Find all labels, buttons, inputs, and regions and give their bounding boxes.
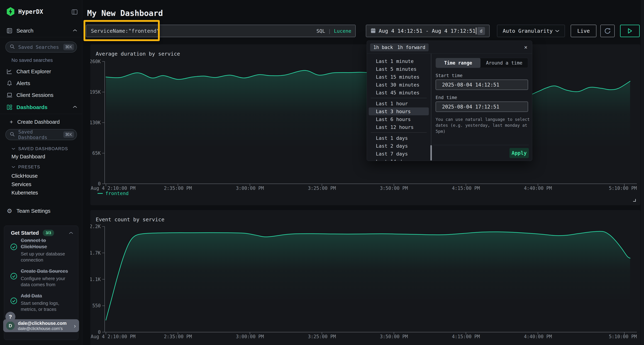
sidebar-item-dashboards[interactable]: Dashboards bbox=[0, 102, 82, 112]
relative-range-option[interactable]: Last 14 days bbox=[369, 158, 429, 161]
tab-time-range[interactable]: Time range bbox=[436, 58, 480, 68]
get-started-item[interactable]: Create Data Sources Configure where your… bbox=[21, 268, 70, 288]
sidebar-item-team-settings[interactable]: ⚙ Team Settings bbox=[0, 206, 82, 216]
section-saved-dashboards[interactable]: SAVED DASHBOARDS bbox=[12, 146, 68, 151]
svg-text:260K: 260K bbox=[90, 59, 101, 64]
scrollbar-thumb[interactable] bbox=[430, 145, 432, 161]
granularity-select[interactable]: Auto Granularity bbox=[497, 25, 565, 37]
panel-resize-handle[interactable] bbox=[633, 199, 636, 202]
svg-text:1.1K: 1.1K bbox=[90, 277, 101, 282]
relative-range-option[interactable]: Last 12 hours bbox=[369, 123, 429, 131]
start-time-label: Start time bbox=[436, 73, 528, 78]
hyperdx-logo-icon bbox=[6, 7, 15, 16]
sidebar-item-label: Search bbox=[16, 28, 34, 34]
shift-back-button[interactable]: 1h back bbox=[370, 43, 396, 51]
refresh-button[interactable] bbox=[600, 25, 615, 37]
task-desc: Configure where your data comes from bbox=[21, 276, 70, 288]
get-started-item[interactable]: Connect to ClickHouse Set up your databa… bbox=[21, 237, 70, 263]
sidebar-collapse-icon[interactable] bbox=[71, 8, 78, 16]
relative-range-option[interactable]: Last 5 minutes bbox=[369, 65, 429, 73]
svg-text:3:00:00 PM: 3:00:00 PM bbox=[236, 186, 264, 191]
lucene-toggle[interactable]: Lucene bbox=[334, 28, 351, 34]
start-time-input[interactable]: 2025-08-04 14:12:51 bbox=[436, 79, 528, 90]
saved-searches-input[interactable]: Saved Searches ⌘K bbox=[5, 41, 77, 52]
svg-text:3:50:00 PM: 3:50:00 PM bbox=[380, 334, 408, 339]
scrollbar-gutter[interactable] bbox=[641, 0, 644, 345]
divider bbox=[371, 132, 427, 133]
divider bbox=[0, 37, 82, 37]
svg-text:550: 550 bbox=[92, 303, 101, 308]
plus-icon: + bbox=[10, 119, 13, 125]
sidebar-item-chart-explorer[interactable]: Chart Explorer bbox=[0, 66, 82, 76]
user-email: dale@clickhouse.com bbox=[18, 321, 74, 326]
chevron-up-icon[interactable] bbox=[73, 29, 77, 32]
chevron-right-icon: › bbox=[74, 322, 76, 329]
live-button[interactable]: Live bbox=[571, 25, 596, 37]
help-button[interactable]: ? bbox=[5, 312, 16, 322]
relative-range-option[interactable]: Last 30 minutes bbox=[369, 81, 429, 89]
legend-label: frontend bbox=[105, 191, 128, 196]
d-key-badge: d bbox=[477, 27, 485, 35]
close-icon[interactable]: ✕ bbox=[524, 44, 527, 50]
sidebar-item-my-dashboard[interactable]: My Dashboard bbox=[12, 154, 45, 160]
toggle-divider: | bbox=[328, 28, 331, 34]
sidebar-item-search[interactable]: Search bbox=[0, 26, 82, 36]
svg-text:4:40:00 PM: 4:40:00 PM bbox=[524, 334, 552, 339]
time-picker-header: 1h back 1h forward ✕ bbox=[367, 41, 532, 53]
shift-forward-button[interactable]: 1h forward bbox=[394, 43, 428, 51]
scrollbar-track[interactable] bbox=[431, 54, 431, 161]
calendar-icon bbox=[370, 28, 376, 34]
app-logo[interactable]: HyperDX bbox=[6, 7, 43, 16]
sidebar-item-alerts[interactable]: Alerts bbox=[0, 78, 82, 88]
granularity-value: Auto Granularity bbox=[503, 28, 555, 34]
sidebar-item-label: Team Settings bbox=[16, 208, 50, 214]
svg-text:3:50:00 PM: 3:50:00 PM bbox=[380, 186, 408, 191]
section-presets[interactable]: PRESETS bbox=[12, 164, 40, 169]
relative-range-option[interactable]: Last 3 hours bbox=[369, 107, 429, 115]
time-picker-popup: 1h back 1h forward ✕ Last 1 minuteLast 5… bbox=[367, 40, 532, 161]
relative-range-option[interactable]: Last 2 days bbox=[369, 142, 429, 150]
relative-range-option[interactable]: Last 1 minute bbox=[369, 57, 429, 65]
tab-around-a-time[interactable]: Around a time bbox=[480, 58, 528, 68]
sidebar-item-kubernetes[interactable]: Kubernetes bbox=[12, 190, 38, 196]
time-range-input[interactable]: Aug 4 14:12:51 - Aug 4 17:12:51 d bbox=[366, 25, 490, 37]
page-title: My New Dashboard bbox=[87, 8, 163, 18]
end-time-input[interactable]: 2025-08-04 17:12:51 bbox=[436, 101, 528, 112]
svg-text:2:35:00 PM: 2:35:00 PM bbox=[164, 334, 192, 339]
chevron-up-icon[interactable] bbox=[73, 105, 77, 109]
divider bbox=[0, 114, 82, 114]
user-menu[interactable]: D dale@clickhouse.com dale@clickhouse.co… bbox=[3, 319, 79, 332]
line-chart-avg-duration[interactable]: 260K195K130K65K0Aug 4 2:10:00 PM2:35:00 … bbox=[90, 55, 640, 198]
svg-text:4:40:00 PM: 4:40:00 PM bbox=[524, 186, 552, 191]
relative-range-option[interactable]: Last 45 minutes bbox=[369, 89, 429, 96]
bell-icon bbox=[6, 80, 12, 86]
line-chart-event-count[interactable]: 2.2K1.7K1.1K5500Aug 4 2:10:00 PM2:35:00 … bbox=[90, 221, 640, 345]
svg-text:3:25:00 PM: 3:25:00 PM bbox=[308, 186, 336, 191]
relative-range-option[interactable]: Last 1 hour bbox=[369, 100, 429, 107]
sidebar-item-client-sessions[interactable]: Client Sessions bbox=[0, 90, 82, 100]
task-desc: Set up your database connection bbox=[21, 251, 70, 263]
saved-searches-placeholder: Saved Searches bbox=[18, 44, 63, 50]
sidebar-item-clickhouse[interactable]: ClickHouse bbox=[12, 173, 38, 179]
shortcut-badge: ⌘K bbox=[63, 44, 74, 50]
sql-toggle[interactable]: SQL bbox=[316, 28, 325, 34]
relative-range-option[interactable]: Last 6 hours bbox=[369, 115, 429, 123]
relative-range-option[interactable]: Last 15 minutes bbox=[369, 73, 429, 81]
relative-range-option[interactable]: Last 1 days bbox=[369, 134, 429, 142]
sidebar-item-services[interactable]: Services bbox=[12, 181, 31, 187]
chevron-down-icon bbox=[12, 166, 16, 168]
get-started-item[interactable]: Add Data Start sending logs, metrics, or… bbox=[21, 293, 70, 312]
relative-range-option[interactable]: Last 7 days bbox=[369, 150, 429, 158]
svg-text:4:15:00 PM: 4:15:00 PM bbox=[452, 334, 480, 339]
apply-button[interactable]: Apply bbox=[510, 148, 529, 158]
create-dashboard-button[interactable]: + Create Dashboard bbox=[0, 117, 82, 127]
svg-text:3:00:00 PM: 3:00:00 PM bbox=[236, 334, 264, 339]
svg-text:5:10:00 PM: 5:10:00 PM bbox=[609, 334, 637, 339]
chart-legend[interactable]: frontend bbox=[98, 191, 128, 196]
language-toggle[interactable]: SQL | Lucene bbox=[316, 28, 351, 34]
play-button[interactable] bbox=[620, 25, 640, 37]
chevron-up-icon[interactable] bbox=[69, 232, 73, 234]
shortcut-badge: ⌘K bbox=[63, 131, 74, 138]
time-picker-panel: Time range Around a time Start time 2025… bbox=[436, 54, 528, 134]
saved-dashboards-input[interactable]: Saved Dashboards ⌘K bbox=[5, 129, 77, 140]
